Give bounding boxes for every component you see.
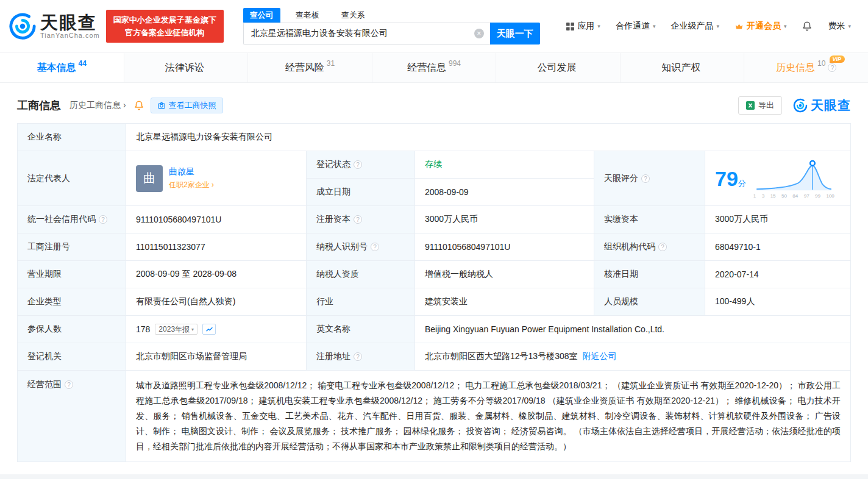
tab-label: 历史信息	[776, 62, 815, 74]
field-label-paid-capital: 实缴资本	[594, 206, 705, 233]
tab-operation-risk[interactable]: 经营风险 31	[248, 53, 372, 82]
legal-rep-positions-link[interactable]: 任职2家企业 ›	[169, 180, 214, 190]
tianyancha-logo[interactable]: 天眼查 TianYanCha.com	[9, 12, 100, 40]
field-value-english-name: Beijing Xingyuan Fuyuan Power Equipment …	[415, 316, 850, 343]
crown-icon	[735, 22, 744, 31]
legal-rep-name-link[interactable]: 曲啟星	[169, 166, 214, 177]
field-label-legal-rep: 法定代表人	[18, 151, 126, 206]
tab-label: 知识产权	[661, 62, 700, 74]
help-icon[interactable]: ?	[641, 174, 650, 183]
nav-membership[interactable]: 开通会员 ▾	[735, 21, 787, 32]
nav-apps[interactable]: 应用 ▾	[566, 21, 600, 32]
tab-label: 经营信息	[407, 62, 446, 74]
nav-user[interactable]: 费米 ▾	[828, 21, 851, 32]
field-label-approval-date: 核准日期	[594, 261, 705, 288]
field-label-establish-date: 成立日期	[307, 179, 415, 206]
tab-company-development[interactable]: 公司发展	[496, 53, 621, 82]
field-label-staff-size: 人员规模	[594, 288, 705, 316]
field-label-reg-address: 注册地址?	[307, 343, 415, 371]
nearby-companies-link[interactable]: 附近公司	[583, 351, 617, 362]
search-tab-boss[interactable]: 查老板	[289, 8, 326, 23]
tab-operation-info[interactable]: 经营信息 994	[372, 53, 497, 82]
field-label-credit-code: 统一社会信用代码?	[18, 206, 126, 233]
field-value-score: 79分 131550849799100	[705, 151, 850, 206]
tab-legal-litigation[interactable]: 法律诉讼	[124, 53, 249, 82]
export-button-label: 导出	[758, 100, 774, 111]
field-label-score: 天眼评分?	[594, 151, 705, 206]
bell-icon	[802, 21, 813, 32]
field-label-taxpayer-quality: 纳税人资质	[307, 261, 415, 288]
top-nav: 应用 ▾ 合作通道 ▾ 企业级产品 ▾ 开通会员 ▾ 费米 ▾	[566, 21, 851, 32]
score-curve	[753, 159, 834, 193]
field-value-taxpayer-id: 91110105680497101U	[415, 233, 594, 261]
help-icon[interactable]: ?	[354, 160, 362, 169]
score-distribution-chart: 131550849799100	[753, 159, 834, 199]
help-icon[interactable]: ?	[658, 243, 667, 251]
annual-report-tag[interactable]: 2023年报▾	[155, 324, 197, 335]
search-input[interactable]	[243, 23, 490, 45]
chevron-down-icon: ▾	[191, 327, 194, 332]
tianyancha-logo-icon	[793, 98, 808, 113]
nav-cooperation[interactable]: 合作通道 ▾	[616, 21, 656, 32]
help-icon[interactable]: ?	[99, 215, 107, 224]
tab-label: 基本信息	[37, 62, 76, 74]
field-value-credit-code: 91110105680497101U	[126, 206, 307, 233]
field-value-company-name: 北京星远福源电力设备安装有限公司	[126, 124, 850, 151]
field-value-paid-capital: 3000万人民币	[705, 206, 850, 233]
brand-name: 天眼查	[40, 13, 100, 32]
field-value-approval-date: 2020-07-14	[705, 261, 850, 288]
field-label-taxpayer-id: 纳税人识别号?	[307, 233, 415, 261]
certification-badge: 国家中小企业发展子基金旗下 官方备案企业征信机构	[106, 10, 224, 43]
notifications-bell[interactable]	[802, 21, 813, 32]
insured-trend-icon[interactable]	[202, 324, 216, 335]
help-icon[interactable]: ?	[371, 243, 379, 251]
nav-enterprise-label: 企业级产品	[671, 21, 713, 32]
help-icon[interactable]: ?	[354, 352, 362, 361]
tab-label: 公司发展	[538, 62, 577, 74]
camera-icon	[157, 101, 166, 110]
tab-label: 经营风险	[285, 62, 324, 74]
tab-intellectual-property[interactable]: 知识产权	[621, 53, 745, 82]
nav-enterprise-products[interactable]: 企业级产品 ▾	[671, 21, 719, 32]
tab-history-info[interactable]: VIP 历史信息 10 ?	[744, 53, 868, 82]
help-icon[interactable]: ?	[828, 63, 836, 72]
page-header: 天眼查 TianYanCha.com 国家中小企业发展子基金旗下 官方备案企业征…	[0, 0, 868, 50]
vip-badge: VIP	[830, 55, 845, 63]
business-info-section-head: 工商信息 历史工商信息 › 查看工商快照 导出 天眼查	[17, 96, 851, 115]
field-value-reg-authority: 北京市朝阳区市场监督管理局	[126, 343, 307, 371]
field-value-company-type: 有限责任公司(自然人独资)	[126, 288, 307, 316]
field-label-reg-authority: 登记机关	[18, 343, 126, 371]
tianyancha-logo-icon	[9, 12, 37, 40]
help-icon[interactable]: ?	[65, 380, 73, 389]
search-area: 查公司 查老板 查关系 × 天眼一下	[243, 8, 540, 45]
nav-cooperation-label: 合作通道	[616, 21, 650, 32]
tab-basic-info[interactable]: 基本信息 44	[0, 53, 124, 82]
brand-domain: TianYanCha.com	[40, 32, 100, 39]
export-button[interactable]: 导出	[738, 96, 782, 115]
excel-icon	[746, 101, 755, 110]
field-value-reg-capital: 3000万人民币	[415, 206, 594, 233]
field-label-business-scope: 经营范围?	[18, 371, 126, 461]
field-value-reg-status: 存续	[415, 151, 594, 179]
field-label-business-term: 营业期限	[18, 261, 126, 288]
legal-rep-avatar[interactable]: 曲	[136, 165, 163, 192]
monitor-bell-button[interactable]	[133, 100, 144, 111]
business-snapshot-button[interactable]: 查看工商快照	[151, 98, 223, 113]
history-business-info-link[interactable]: 历史工商信息 ›	[69, 100, 126, 111]
field-label-reg-status: 登记状态?	[307, 151, 415, 179]
chevron-down-icon: ▾	[653, 23, 656, 29]
section-title: 工商信息	[17, 98, 61, 113]
tab-count: 994	[449, 59, 461, 68]
search-button[interactable]: 天眼一下	[490, 23, 540, 45]
clear-icon[interactable]: ×	[474, 29, 484, 38]
search-tab-relation[interactable]: 查关系	[335, 8, 372, 23]
company-tabbar: 基本信息 44 法律诉讼 经营风险 31 经营信息 994 公司发展 知识产权 …	[0, 52, 868, 83]
tab-count: 44	[79, 59, 87, 68]
help-icon[interactable]: ?	[354, 215, 362, 224]
field-value-establish-date: 2008-09-09	[415, 179, 594, 206]
field-value-reg-number: 110115011323077	[126, 233, 307, 261]
search-tab-company[interactable]: 查公司	[243, 8, 280, 23]
field-label-english-name: 英文名称	[307, 316, 415, 343]
field-value-taxpayer-quality: 增值税一般纳税人	[415, 261, 594, 288]
field-value-insured: 178 2023年报▾	[126, 316, 307, 343]
